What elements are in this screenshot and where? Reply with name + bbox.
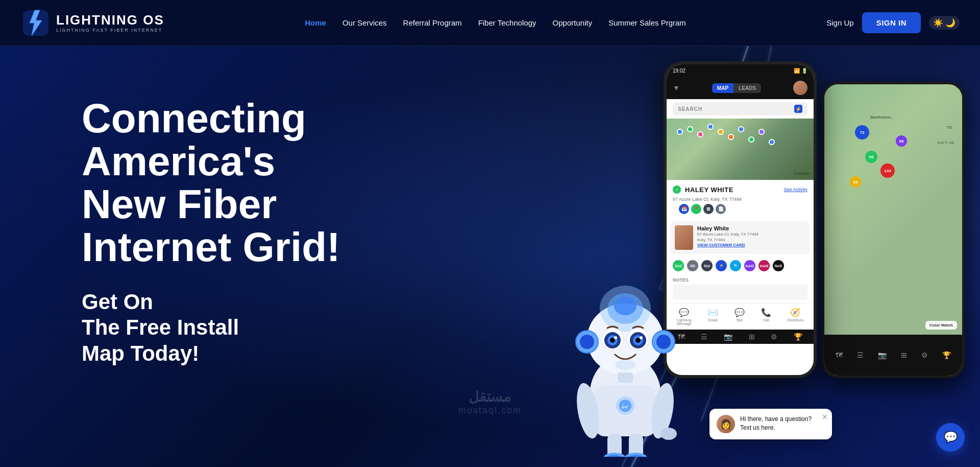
back-phone-bottom-bar: 🗺 ☰ 📷 ⊞ ⚙ 🏆 [824,335,962,376]
map-tab[interactable]: MAP [712,83,733,93]
phone-search-bar[interactable]: SEARCH ⚡ [673,102,807,115]
contact-icon-qr[interactable]: ⊞ [703,204,714,214]
map-pin-5 [718,129,724,135]
phone-user-avatar [793,81,807,95]
map-badge-23: 23 [850,176,861,188]
action-call[interactable]: 📞 Call [761,308,771,325]
chat-close-button[interactable]: ✕ [822,413,828,421]
hero-heading: Connecting America's New Fiber Internet … [82,97,347,269]
contact-card-header: ✓ HALEY WHITE See Activity [673,185,807,194]
contact-name: HALEY WHITE [685,186,733,194]
map-badge-73: 73 [855,125,869,139]
hero-subtext-line3: Map Today! [82,341,347,366]
nav-item-opportunity[interactable]: Opportunity [553,18,593,28]
call-icon: 📞 [761,308,771,317]
chat-message-line2: Text us here. [740,424,825,432]
nav-item-referral[interactable]: Referral Program [403,18,462,28]
watermark: مستقل mostaql.com [458,388,522,416]
bottom-trophy-icon[interactable]: 🏆 [794,333,802,341]
svg-point-20 [640,336,643,339]
nav-item-services[interactable]: Our Services [342,18,387,28]
back-bottom-list-icon: ☰ [857,351,864,359]
map-pin-1 [677,129,683,135]
see-activity-link[interactable]: See Activity [783,187,807,192]
back-bottom-trophy-icon: 🏆 [942,351,951,359]
status-inst1[interactable]: ⚡ [716,260,727,271]
back-phone-screen: ▲ ▲ ▲ ⬛ ⚡ 73 55 143 98 23 Color Match [824,84,962,376]
map-badge-143: 143 [880,164,895,178]
action-text[interactable]: 💬 Text [734,308,745,325]
theme-toggle[interactable]: ☀️ 🌙 [929,16,960,30]
hero-subtext-line2: The Free Install [82,315,347,340]
logo-icon [20,8,51,38]
phone-map-area: Chiltown [667,119,814,180]
leads-tab[interactable]: LEADS [733,83,761,93]
action-email[interactable]: ✉️ Email [708,308,718,325]
view-card-link[interactable]: VIEW CUSTOMER CARD [697,243,805,247]
map-leads-toggle[interactable]: MAP LEADS [712,83,761,93]
map-placeholder: Chiltown [667,119,814,180]
filter-icon[interactable]: ▼ [673,84,680,92]
map-badge-98: 98 [896,135,907,147]
support-button[interactable]: 💬 [936,423,965,452]
robot-illustration [561,252,704,467]
map-pin-8 [748,136,754,143]
nav-links: Home Our Services Referral Program Fiber… [305,18,686,28]
phone-time: 19:02 [673,68,685,74]
map-pin-4 [707,124,714,130]
map-pin-2 [687,126,693,132]
contact-icon-row: 📅 📍 ⊞ 📄 [673,202,807,216]
logo[interactable]: LIGHTNING OS LIGHTNING FAST FIBER INTERN… [20,8,164,38]
action-directions[interactable]: 🧭 Directions [788,308,803,325]
nav-item-summer[interactable]: Summer Sales Prgram [608,18,686,28]
search-lightning-icon: ⚡ [794,105,802,113]
sign-in-button[interactable]: SIGN IN [862,12,921,33]
sub-contact-addr: 87 Azure Lake Ct, Katy, TX 77494Koty, TX… [697,231,805,243]
nav-item-home[interactable]: Home [305,18,326,28]
status-nod[interactable]: NoD [773,260,784,271]
logo-subtitle: LIGHTNING FAST FIBER INTERNET [56,28,164,33]
nav-item-fiber[interactable]: Fiber Technology [478,18,536,28]
back-phone: ▲ ▲ ▲ ⬛ ⚡ 73 55 143 98 23 Color Match [822,82,965,378]
back-bottom-map-icon: 🗺 [836,351,843,359]
contact-avatar-photo [675,225,693,250]
color-match-legend: Color Match [925,321,957,330]
sign-up-link[interactable]: Sign Up [826,18,853,27]
map-pin-7 [738,126,744,132]
bottom-camera-icon[interactable]: 📷 [724,333,732,341]
back-map-content: 73 55 143 98 23 Color Match Bartholom...… [824,84,962,335]
bottom-grid-icon[interactable]: ⊞ [749,333,755,341]
map-label-ts: TS [947,125,952,130]
directions-icon: 🧭 [790,308,800,317]
map-pin-10 [769,139,775,145]
map-pin-9 [758,129,765,135]
chat-avatar: 👩 [717,415,735,433]
bottom-settings-icon[interactable]: ⚙ [771,333,777,341]
map-pin-6 [728,134,734,140]
contact-icon-location[interactable]: 📍 [691,204,701,214]
status-inst3[interactable]: Inst3 [744,260,755,271]
svg-point-29 [660,428,677,440]
back-bottom-grid-icon: ⊞ [901,351,907,359]
watermark-arabic: مستقل [458,388,522,405]
navbar: LIGHTNING OS LIGHTNING FAST FIBER INTERN… [0,0,980,46]
contact-icon-doc[interactable]: 📄 [716,204,726,214]
svg-point-10 [614,297,636,315]
chat-bubble[interactable]: 👩 Hi there, have a question? Text us her… [709,409,832,439]
watermark-url: mostaql.com [458,405,522,416]
status-inst4[interactable]: Inst4 [758,260,770,271]
phone-header: ▼ MAP LEADS [667,77,814,99]
svg-point-7 [656,335,671,349]
sun-icon[interactable]: ☀️ [933,18,943,28]
robot-svg [561,252,689,457]
back-bottom-settings-icon: ⚙ [921,351,928,359]
contact-icon-calendar[interactable]: 📅 [679,204,689,214]
status-inst2[interactable]: ↻ [730,260,741,271]
chat-text-content: Hi there, have a question? Text us here. [740,415,825,432]
hero-subtext: Get On The Free Install Map Today! [82,289,347,366]
moon-icon[interactable]: 🌙 [945,18,955,28]
map-area-label: Chiltown [794,171,810,176]
svg-point-21 [615,360,635,370]
search-label: SEARCH [678,106,702,112]
phone-signal-icons: 📶 🔋 [794,68,807,74]
